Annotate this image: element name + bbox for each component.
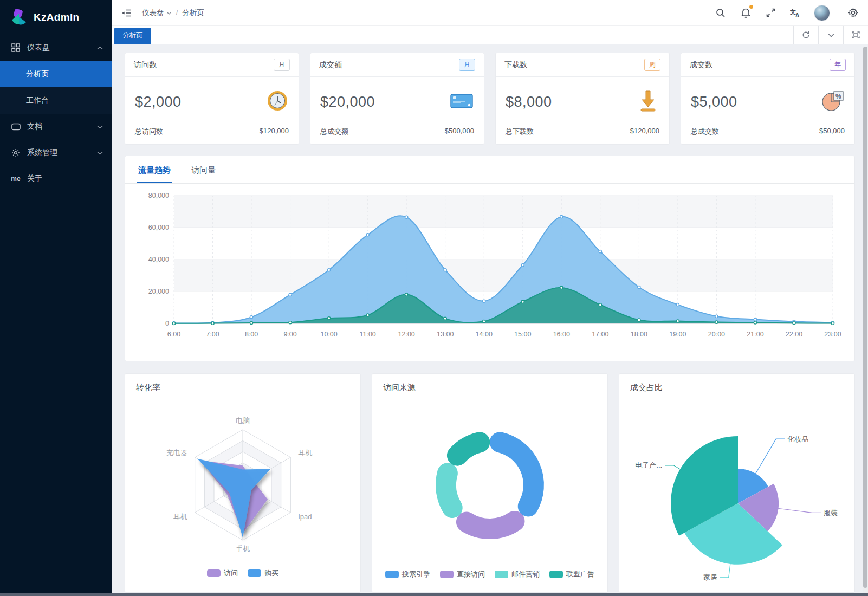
- maximize-icon[interactable]: [843, 26, 868, 44]
- donut-legend: 搜索引擎直接访问邮件营销联盟广告: [385, 569, 594, 579]
- bottom-cards-row: 转化率 电脑耳机Ipad手机耳机充电器 访问购买 访问来源 搜索引擎直接访问邮件…: [125, 373, 855, 593]
- tab-traffic-trend[interactable]: 流量趋势: [137, 156, 172, 183]
- breadcrumb-root[interactable]: 仪表盘: [142, 8, 172, 18]
- legend-swatch: [549, 571, 563, 578]
- legend-item[interactable]: 访问: [207, 568, 238, 578]
- legend-item[interactable]: 购买: [248, 568, 278, 578]
- svg-text:6:00: 6:00: [167, 331, 180, 338]
- refresh-icon[interactable]: [793, 26, 818, 44]
- card-footer-value: $120,000: [630, 127, 659, 137]
- svg-text:充电器: 充电器: [166, 449, 187, 457]
- app-root: KzAdmin 仪表盘 分析页 工作台: [0, 0, 868, 596]
- svg-text:21:00: 21:00: [747, 331, 763, 338]
- visit-source-donut-chart[interactable]: [383, 405, 597, 568]
- period-badge[interactable]: 月: [459, 59, 475, 71]
- card-footer-value: $50,000: [819, 127, 845, 137]
- search-icon[interactable]: [714, 7, 727, 20]
- card-icon: [449, 91, 474, 113]
- stat-card-downloads: 下载数 周 $8,000 总下载数: [495, 53, 670, 145]
- legend-swatch: [207, 569, 221, 577]
- card-footer-value: $500,000: [445, 127, 474, 137]
- svg-text:耳机: 耳机: [298, 449, 312, 457]
- svg-text:15:00: 15:00: [514, 331, 531, 338]
- visit-source-card: 访问来源 搜索引擎直接访问邮件营销联盟广告: [372, 373, 608, 593]
- me-icon: me: [11, 175, 21, 183]
- sidebar-item-label: 关于: [27, 174, 103, 184]
- card-title: 成交占比: [619, 374, 854, 400]
- logo-icon: [10, 8, 28, 27]
- fullscreen-icon[interactable]: [764, 7, 777, 20]
- svg-text:13:00: 13:00: [437, 331, 454, 338]
- sidebar-item-label: 仪表盘: [27, 43, 90, 53]
- sidebar: KzAdmin 仪表盘 分析页 工作台: [0, 0, 112, 596]
- trend-panel: 流量趋势 访问量 6:007:008:009:0010:0011:0012:00…: [125, 156, 855, 361]
- chevron-up-icon: [97, 44, 103, 51]
- svg-text:耳机: 耳机: [173, 513, 187, 521]
- card-footer-label: 总成交额: [320, 127, 348, 137]
- card-title: 转化率: [125, 374, 360, 400]
- conversion-radar-chart[interactable]: 电脑耳机Ipad手机耳机充电器: [135, 405, 350, 567]
- trend-tabs: 流量趋势 访问量: [125, 156, 854, 184]
- translate-icon[interactable]: 文 A: [789, 7, 802, 20]
- app-title: KzAdmin: [34, 11, 79, 23]
- svg-text:家居: 家居: [703, 573, 717, 581]
- legend-item[interactable]: 联盟广告: [549, 569, 594, 579]
- svg-text:60,000: 60,000: [148, 224, 169, 231]
- legend-label: 邮件营销: [511, 569, 540, 579]
- legend-item[interactable]: 搜索引擎: [385, 569, 430, 579]
- stat-card-deals: 成交数 年 $5,000 %: [681, 53, 855, 145]
- breadcrumb-current[interactable]: 分析页: [182, 8, 204, 18]
- period-badge[interactable]: 年: [830, 59, 846, 71]
- svg-text:手机: 手机: [236, 545, 250, 553]
- sidebar-item-system[interactable]: 系统管理: [0, 140, 112, 166]
- vertical-scrollbar[interactable]: [863, 47, 868, 593]
- bell-icon[interactable]: [739, 7, 752, 20]
- sidebar-item-dashboard[interactable]: 仪表盘: [0, 35, 112, 61]
- svg-text:0: 0: [165, 320, 169, 327]
- card-footer-label: 总下载数: [506, 127, 534, 137]
- tabbar-controls: [793, 26, 868, 44]
- page-content: 访问数 月 $2,000: [112, 44, 868, 596]
- card-footer-label: 总访问数: [135, 127, 163, 137]
- svg-text:12:00: 12:00: [398, 331, 415, 338]
- chevron-down-icon[interactable]: [818, 26, 843, 44]
- sidebar-item-docs[interactable]: 文档: [0, 114, 112, 140]
- settings-icon[interactable]: [846, 7, 859, 20]
- period-badge[interactable]: 周: [644, 59, 660, 71]
- menu-collapse-icon[interactable]: [119, 5, 134, 21]
- svg-text:80,000: 80,000: [148, 192, 169, 199]
- sidebar-menu: 仪表盘 分析页 工作台 文档: [0, 35, 112, 596]
- legend-label: 搜索引擎: [402, 569, 430, 579]
- svg-text:20:00: 20:00: [708, 331, 725, 338]
- card-title: 成交额: [319, 60, 342, 70]
- traffic-trend-chart[interactable]: 6:007:008:009:0010:0011:0012:0013:0014:0…: [125, 184, 854, 353]
- tab-analysis[interactable]: 分析页: [114, 28, 151, 44]
- svg-text:A: A: [795, 12, 799, 18]
- card-footer-label: 总成交数: [691, 127, 719, 137]
- scrollbar-thumb[interactable]: [863, 47, 867, 588]
- chevron-down-icon: [166, 11, 172, 15]
- svg-text:电脑: 电脑: [236, 417, 250, 425]
- logo[interactable]: KzAdmin: [0, 0, 112, 35]
- svg-text:10:00: 10:00: [320, 331, 337, 338]
- tab-visit-volume[interactable]: 访问量: [190, 156, 217, 183]
- card-title: 访问来源: [372, 374, 607, 400]
- stat-card-turnover: 成交额 月 $20,000: [310, 53, 484, 145]
- sidebar-item-label: 文档: [27, 122, 90, 132]
- period-badge[interactable]: 月: [274, 59, 290, 71]
- sidebar-item-about[interactable]: me 关于: [0, 166, 112, 192]
- card-value: $20,000: [320, 94, 375, 111]
- conversion-card: 转化率 电脑耳机Ipad手机耳机充电器 访问购买: [125, 373, 361, 593]
- svg-text:11:00: 11:00: [359, 331, 375, 338]
- deal-share-pie-chart[interactable]: 化妆品服装家居电子产...: [630, 405, 844, 596]
- sidebar-item-workbench[interactable]: 工作台: [0, 87, 112, 114]
- breadcrumb: 仪表盘 / 分析页: [142, 8, 209, 18]
- legend-swatch: [385, 571, 399, 578]
- avatar[interactable]: [814, 5, 830, 21]
- legend-item[interactable]: 直接访问: [440, 569, 485, 579]
- svg-text:服装: 服装: [824, 509, 838, 517]
- sidebar-item-analysis[interactable]: 分析页: [0, 61, 112, 87]
- deal-share-card: 成交占比 化妆品服装家居电子产...: [619, 373, 855, 593]
- card-title: 成交数: [690, 60, 712, 70]
- legend-item[interactable]: 邮件营销: [495, 569, 540, 579]
